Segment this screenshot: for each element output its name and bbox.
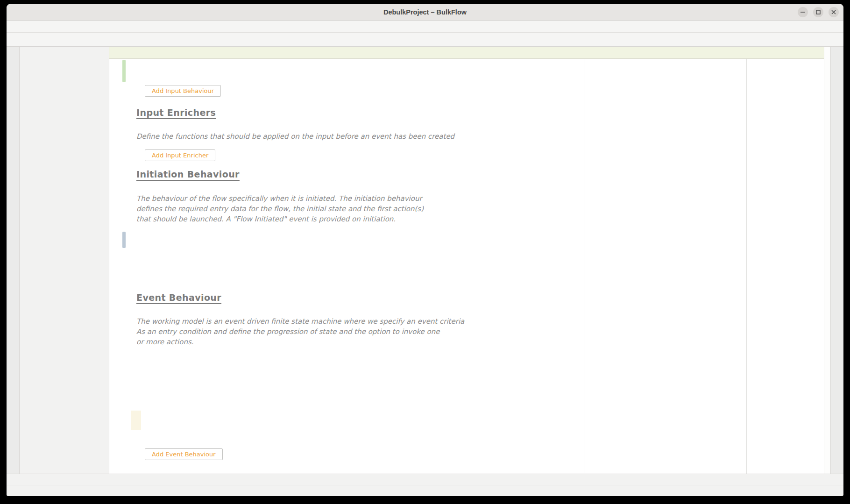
menu-bar: [7, 21, 843, 33]
window-controls: [798, 7, 839, 17]
status-bar: [7, 485, 843, 496]
add-input-behaviour-button[interactable]: Add Input Behaviour: [145, 85, 221, 97]
event-behaviour-description: The working model is an event driven fin…: [136, 316, 464, 347]
section-title-initiation-behaviour: Initiation Behaviour: [136, 169, 240, 179]
desktop: DebulkProject – BulkFlow: [0, 0, 850, 504]
gutter-change-bar-added: [122, 60, 126, 82]
editor-area: Add Input Behaviour Input Enrichers Defi…: [109, 47, 824, 474]
section-title-event-behaviour: Event Behaviour: [136, 292, 221, 303]
error-stripe: [824, 47, 830, 474]
input-enrichers-description: Define the functions that should be appl…: [136, 131, 454, 142]
caret-row-highlight: [131, 411, 141, 430]
app-window: DebulkProject – BulkFlow: [7, 4, 843, 496]
right-tool-stripe: [830, 47, 843, 474]
gutter-change-bar-modified: [122, 232, 126, 248]
section-title-input-enrichers: Input Enrichers: [136, 107, 216, 118]
left-tool-stripe: [7, 47, 20, 474]
maximize-icon: [815, 8, 822, 16]
maximize-button[interactable]: [813, 7, 823, 17]
add-event-behaviour-button[interactable]: Add Event Behaviour: [145, 448, 223, 460]
project-panel-header: [20, 47, 109, 60]
minimize-icon: [799, 8, 807, 16]
initiation-behaviour-description: The behaviour of the flow specifically w…: [136, 193, 424, 224]
add-input-enricher-button[interactable]: Add Input Enricher: [145, 149, 215, 161]
tool-window-bar: [7, 474, 843, 485]
close-button[interactable]: [829, 7, 839, 17]
editor-canvas[interactable]: Add Input Behaviour Input Enrichers Defi…: [109, 59, 824, 474]
title-bar[interactable]: DebulkProject – BulkFlow: [7, 4, 843, 21]
project-panel: [20, 47, 109, 474]
main-area: Add Input Behaviour Input Enrichers Defi…: [7, 47, 843, 474]
navigation-bar: [7, 33, 843, 47]
window-title: DebulkProject – BulkFlow: [7, 4, 843, 21]
minimize-button[interactable]: [798, 7, 808, 17]
margin-guide: [585, 59, 585, 474]
editor-tabs: [109, 47, 824, 59]
close-icon: [830, 8, 837, 16]
margin-guide: [746, 59, 747, 474]
